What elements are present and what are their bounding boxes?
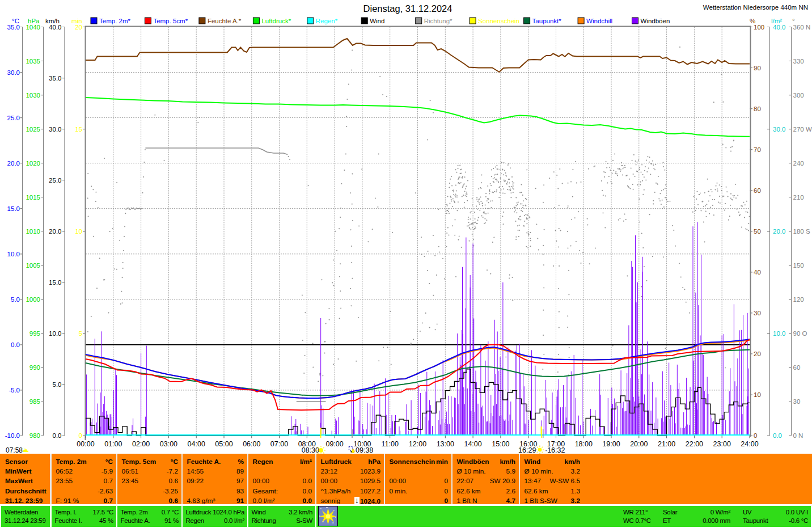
svg-text:Luftdruck*: Luftdruck* bbox=[261, 18, 291, 24]
svg-text:°C: °C bbox=[12, 18, 19, 24]
svg-text:05:00: 05:00 bbox=[215, 440, 232, 448]
svg-text:07:58: 07:58 bbox=[6, 446, 23, 454]
svg-text:0.0: 0.0 bbox=[11, 341, 20, 348]
svg-text:02:00: 02:00 bbox=[132, 440, 150, 448]
svg-text:20:00: 20:00 bbox=[630, 440, 648, 448]
svg-text:03:00: 03:00 bbox=[160, 440, 177, 448]
svg-text:10.0: 10.0 bbox=[7, 251, 20, 257]
svg-text:25.0: 25.0 bbox=[7, 115, 20, 121]
svg-text:06:00: 06:00 bbox=[243, 440, 260, 448]
svg-text:%: % bbox=[750, 18, 755, 24]
svg-text:210: 210 bbox=[793, 194, 804, 201]
svg-text:20.0: 20.0 bbox=[773, 228, 785, 235]
svg-text:5.0: 5.0 bbox=[11, 296, 20, 303]
svg-text:1005: 1005 bbox=[26, 262, 40, 269]
svg-text:23:00: 23:00 bbox=[713, 440, 731, 448]
svg-text:1020: 1020 bbox=[26, 160, 40, 167]
svg-text:40.0: 40.0 bbox=[773, 24, 785, 31]
svg-text:70: 70 bbox=[754, 146, 761, 153]
svg-text:35.0: 35.0 bbox=[49, 75, 61, 82]
svg-text:Wind: Wind bbox=[370, 18, 384, 24]
svg-text:0.0: 0.0 bbox=[773, 432, 782, 439]
svg-text:40: 40 bbox=[754, 269, 761, 276]
svg-text:Wetterstation Niedersorpe 440m: Wetterstation Niedersorpe 440m NN bbox=[703, 4, 808, 11]
svg-text:°: ° bbox=[792, 18, 795, 24]
svg-text:995: 995 bbox=[29, 330, 40, 337]
svg-text:985: 985 bbox=[29, 398, 40, 405]
svg-text:980: 980 bbox=[29, 432, 40, 439]
svg-text:15:00: 15:00 bbox=[492, 440, 509, 448]
svg-text:5.0: 5.0 bbox=[53, 381, 62, 388]
svg-text:990: 990 bbox=[29, 364, 40, 371]
svg-text:1035: 1035 bbox=[26, 58, 40, 65]
svg-text:09:38: 09:38 bbox=[356, 446, 373, 454]
svg-text:180 S: 180 S bbox=[793, 228, 810, 235]
svg-text:15.0: 15.0 bbox=[49, 279, 61, 286]
svg-text:24:00: 24:00 bbox=[741, 440, 758, 448]
svg-text:Temp. 2m*: Temp. 2m* bbox=[99, 18, 130, 24]
svg-text:20: 20 bbox=[754, 350, 761, 357]
svg-text:12:00: 12:00 bbox=[409, 440, 426, 448]
svg-text:25.0: 25.0 bbox=[49, 177, 61, 184]
svg-text:13:00: 13:00 bbox=[437, 440, 454, 448]
svg-text:l/m²: l/m² bbox=[771, 18, 782, 24]
svg-text:Taupunkt*: Taupunkt* bbox=[532, 18, 562, 24]
svg-text:360 N: 360 N bbox=[793, 24, 811, 31]
svg-text:35.0: 35.0 bbox=[7, 24, 20, 31]
svg-text:21:00: 21:00 bbox=[658, 440, 675, 448]
svg-text:330: 330 bbox=[793, 58, 804, 65]
svg-text:30: 30 bbox=[793, 398, 801, 405]
svg-text:40.0: 40.0 bbox=[49, 24, 61, 31]
svg-text:07:00: 07:00 bbox=[270, 440, 288, 448]
svg-text:18:00: 18:00 bbox=[575, 440, 593, 448]
svg-text:04:00: 04:00 bbox=[188, 440, 205, 448]
svg-text:0.0: 0.0 bbox=[53, 432, 62, 439]
svg-text:270 W: 270 W bbox=[793, 126, 812, 133]
svg-text:1025: 1025 bbox=[26, 126, 40, 133]
svg-text:60: 60 bbox=[793, 364, 801, 371]
svg-text:19:00: 19:00 bbox=[602, 440, 620, 448]
svg-text:80: 80 bbox=[754, 105, 761, 112]
svg-text:14:00: 14:00 bbox=[464, 440, 481, 448]
svg-text:-5.0: -5.0 bbox=[9, 387, 20, 394]
svg-text:20.0: 20.0 bbox=[7, 160, 20, 167]
svg-text:5: 5 bbox=[79, 330, 82, 337]
svg-text:Windchill: Windchill bbox=[586, 18, 612, 24]
svg-text:20.0: 20.0 bbox=[49, 228, 61, 235]
svg-text:60: 60 bbox=[754, 187, 761, 194]
svg-text:300: 300 bbox=[793, 92, 804, 99]
svg-text:11:00: 11:00 bbox=[382, 440, 399, 448]
svg-text:30: 30 bbox=[754, 310, 761, 316]
svg-text:Regen*: Regen* bbox=[316, 18, 338, 24]
svg-text:10: 10 bbox=[754, 391, 761, 398]
svg-text:1030: 1030 bbox=[26, 92, 40, 99]
svg-text:min: min bbox=[71, 18, 82, 24]
svg-text:120: 120 bbox=[793, 296, 804, 303]
svg-text:10.0: 10.0 bbox=[773, 330, 785, 337]
svg-text:Temp. 5cm*: Temp. 5cm* bbox=[153, 18, 188, 24]
svg-text:Feuchte A.*: Feuchte A.* bbox=[208, 18, 242, 24]
svg-text:15.0: 15.0 bbox=[7, 205, 20, 212]
svg-text:·16:32: ·16:32 bbox=[545, 446, 565, 454]
svg-text:1010: 1010 bbox=[26, 228, 40, 235]
svg-text:0 N: 0 N bbox=[793, 432, 803, 439]
svg-text:km/h: km/h bbox=[45, 18, 60, 24]
svg-text:00:00: 00:00 bbox=[77, 440, 94, 448]
svg-text:240: 240 bbox=[793, 160, 804, 167]
svg-text:10: 10 bbox=[75, 228, 82, 235]
svg-text:Windböen: Windböen bbox=[641, 18, 670, 24]
svg-text:1040: 1040 bbox=[26, 24, 40, 31]
svg-text:30.0: 30.0 bbox=[49, 126, 61, 133]
svg-text:150: 150 bbox=[793, 262, 804, 269]
svg-text:22:00: 22:00 bbox=[686, 440, 703, 448]
svg-text:01:00: 01:00 bbox=[104, 440, 122, 448]
svg-text:100: 100 bbox=[754, 24, 764, 31]
svg-text:Dienstag, 31.12.2024: Dienstag, 31.12.2024 bbox=[363, 3, 452, 14]
svg-text:90 O: 90 O bbox=[793, 330, 807, 337]
svg-text:09:00: 09:00 bbox=[325, 440, 343, 448]
svg-text:90: 90 bbox=[754, 65, 761, 71]
svg-text:hPa: hPa bbox=[28, 18, 40, 24]
svg-text:0: 0 bbox=[79, 432, 82, 439]
svg-text:16:29: 16:29 bbox=[518, 446, 536, 454]
svg-text:20: 20 bbox=[75, 24, 82, 31]
